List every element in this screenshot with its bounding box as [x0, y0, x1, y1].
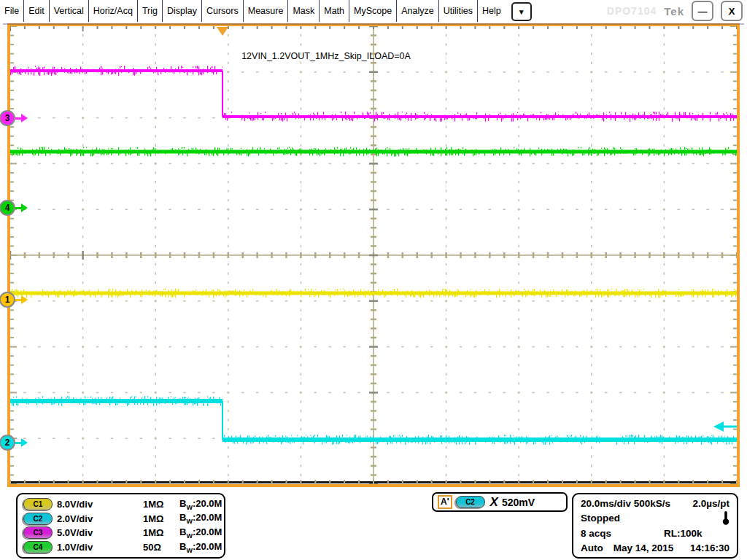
c3-impedance: 1MΩ	[143, 527, 179, 538]
channel-row-c1: C1 8.0V/div 1MΩ BW:20.0M	[23, 497, 218, 511]
close-button[interactable]: X	[721, 1, 743, 21]
channel-settings-panel: C1 8.0V/div 1MΩ BW:20.0M C2 2.0V/div 1MΩ…	[16, 493, 225, 559]
datetime-row: Auto May 14, 2015 14:16:30	[581, 541, 729, 555]
menu-dropdown-button[interactable]: ▼	[511, 2, 532, 21]
menu-vertical[interactable]: Vertical	[50, 0, 89, 22]
model-label: DPO7104	[607, 5, 657, 17]
acqs-row: 8 acqs RL:100k	[581, 526, 729, 540]
titlebar-controls: DPO7104 Tek — X	[607, 0, 743, 22]
c2-impedance: 1MΩ	[143, 513, 179, 524]
menu-utilities[interactable]: Utilities	[439, 0, 478, 22]
menu-display[interactable]: Display	[163, 0, 202, 22]
waveform-display[interactable]: 12VIN_1.2VOUT_1MHz_Skip_ILOAD=0A 3412	[7, 23, 740, 487]
c2-channel-button[interactable]: C2	[23, 513, 53, 525]
c3-bandwidth: BW:20.0M	[179, 526, 222, 540]
trigger-source-badge: A'	[438, 495, 452, 509]
trigger-readout-panel: A' C2 X 520mV	[432, 492, 568, 512]
channel-row-c3: C3 5.0V/div 1MΩ BW:20.0M	[23, 526, 218, 540]
trigger-mode: Auto	[581, 542, 603, 553]
channel-3-reference-marker[interactable]: 3	[0, 110, 15, 126]
channel-row-c2: C2 2.0V/div 1MΩ BW:20.0M	[23, 512, 218, 526]
trigger-slope-icon: X	[490, 495, 498, 510]
channel-4-reference-marker[interactable]: 4	[0, 200, 15, 216]
channel-2-marker-arrow	[21, 438, 28, 447]
c1-scale: 8.0V/div	[57, 499, 143, 510]
channel-3-marker-arrow	[21, 114, 28, 122]
c3-scale: 5.0V/div	[57, 527, 143, 538]
c4-bandwidth: BW:20.0M	[179, 541, 222, 554]
menu-bar: File Edit Vertical Horiz/Acq Trig Displa…	[0, 0, 747, 22]
c4-channel-button[interactable]: C4	[23, 541, 53, 553]
c2-bandwidth: BW:20.0M	[179, 512, 222, 525]
c4-scale: 1.0V/div	[57, 542, 143, 553]
menu-measure[interactable]: Measure	[244, 0, 289, 22]
menu-math[interactable]: Math	[320, 0, 349, 22]
channel-4-marker-arrow	[21, 203, 28, 212]
c2-scale: 2.0V/div	[57, 513, 143, 524]
menu-mask[interactable]: Mask	[288, 0, 320, 22]
time-value: 14:16:30	[690, 542, 729, 553]
channel-3-marker-stem	[15, 117, 21, 120]
minimize-button[interactable]: —	[692, 1, 713, 21]
timebase-row: 20.0ms/div 500kS/s 2.0µs/pt	[581, 497, 729, 510]
channel-1-reference-marker[interactable]: 1	[0, 292, 15, 308]
channel-1-marker-stem	[15, 299, 21, 301]
resolution-value: 2.0µs/pt	[692, 498, 729, 509]
channel-2-reference-marker[interactable]: 2	[0, 435, 15, 451]
thermometer-icon	[722, 511, 729, 525]
waveform-annotation: 12VIN_1.2VOUT_1MHz_Skip_ILOAD=0A	[241, 51, 411, 61]
c1-channel-button[interactable]: C1	[23, 498, 53, 510]
menu-trig[interactable]: Trig	[138, 0, 163, 22]
menu-cursors[interactable]: Cursors	[202, 0, 244, 22]
date-value: May 14, 2015	[614, 542, 674, 553]
menu-myscope[interactable]: MyScope	[349, 0, 397, 22]
record-length: RL:100k	[664, 528, 729, 539]
menu-edit[interactable]: Edit	[24, 0, 50, 22]
c4-impedance: 50Ω	[143, 542, 179, 553]
chevron-down-icon: ▼	[518, 8, 525, 16]
acq-count: 8 acqs	[581, 528, 611, 539]
waveform-plot[interactable]: 12VIN_1.2VOUT_1MHz_Skip_ILOAD=0A	[10, 26, 737, 484]
c3-channel-button[interactable]: C3	[23, 526, 53, 539]
menu-help[interactable]: Help	[478, 0, 506, 22]
status-row: Stopped	[581, 511, 729, 525]
graticule-area[interactable]: 12VIN_1.2VOUT_1MHz_Skip_ILOAD=0A	[10, 26, 737, 484]
tek-logo: Tek	[664, 5, 684, 18]
menu-analyze[interactable]: Analyze	[397, 0, 438, 22]
channel-1-marker-arrow	[21, 295, 28, 304]
channel-2-marker-stem	[15, 442, 21, 444]
c1-impedance: 1MΩ	[143, 499, 179, 510]
oscilloscope-application: { "menu": { "items": ["File","Edit","Ver…	[0, 0, 747, 560]
menu-horiz-acq[interactable]: Horiz/Acq	[89, 0, 138, 22]
trigger-level-value: 520mV	[502, 497, 535, 508]
channel-4-marker-stem	[15, 207, 21, 209]
channel-row-c4: C4 1.0V/div 50Ω BW:20.0M	[23, 540, 218, 554]
c1-bandwidth: BW:20.0M	[179, 498, 222, 511]
horizontal-readout-panel: 20.0ms/div 500kS/s 2.0µs/pt Stopped 8 ac…	[572, 493, 738, 559]
timebase-value: 20.0ms/div 500kS/s	[581, 498, 670, 509]
trigger-channel-button[interactable]: C2	[456, 496, 485, 508]
acq-status: Stopped	[581, 513, 620, 524]
menu-file[interactable]: File	[0, 0, 24, 22]
